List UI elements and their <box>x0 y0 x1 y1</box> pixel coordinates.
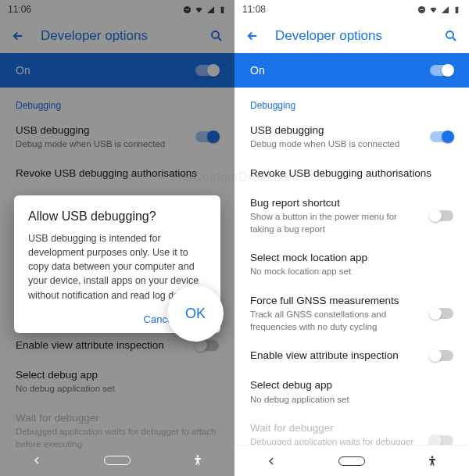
status-bar: 11:08 <box>234 0 469 19</box>
pref-title: Enable view attribute inspection <box>250 349 422 363</box>
clock: 11:08 <box>242 4 266 15</box>
screenshot-right: 11:08 Developer options On Debugging USB… <box>234 0 469 476</box>
page-title: Developer options <box>275 28 428 44</box>
svg-rect-2 <box>221 6 224 13</box>
pref-bug-report[interactable]: Bug report shortcut Show a button in the… <box>234 188 469 243</box>
back-nav-icon[interactable] <box>265 455 277 467</box>
master-switch[interactable] <box>195 65 219 76</box>
pref-title: Revoke USB debugging authorisations <box>250 166 453 181</box>
accessibility-icon[interactable] <box>426 455 439 467</box>
dnd-icon <box>417 5 426 14</box>
signal-icon <box>441 5 449 14</box>
wifi-icon <box>195 5 203 14</box>
pref-sub: Debug mode when USB is connected <box>16 138 188 151</box>
battery-icon <box>218 5 227 14</box>
master-toggle-bar[interactable]: On <box>234 53 469 88</box>
svg-point-9 <box>431 456 434 458</box>
master-label: On <box>250 64 265 77</box>
wait-debugger-switch <box>430 435 453 445</box>
home-nav-icon[interactable] <box>338 456 365 466</box>
pref-select-debug[interactable]: Select debug app No debug application se… <box>0 360 234 403</box>
battery-icon <box>453 5 461 14</box>
back-icon[interactable] <box>245 29 260 43</box>
section-header: Debugging <box>234 92 469 116</box>
pref-sub: Debug mode when USB is connected <box>250 138 422 151</box>
bug-report-switch[interactable] <box>430 210 453 221</box>
pref-usb-debugging[interactable]: USB debugging Debug mode when USB is con… <box>0 116 234 159</box>
svg-rect-1 <box>185 9 189 10</box>
screenshot-left: 11:06 Developer options On Debugging USB… <box>0 0 234 476</box>
pref-title: Select debug app <box>250 378 453 392</box>
pref-title: Wait for debugger <box>16 411 219 425</box>
pref-title: USB debugging <box>16 123 188 138</box>
pref-force-gnss[interactable]: Force full GNSS measurements Track all G… <box>234 286 469 341</box>
pref-title: Enable view attribute inspection <box>16 338 188 353</box>
master-switch[interactable] <box>430 65 453 76</box>
svg-rect-6 <box>420 9 424 10</box>
pref-sub: Debugged application waits for debugger … <box>250 436 422 445</box>
pref-select-debug[interactable]: Select debug app No debug application se… <box>234 370 469 413</box>
pref-title: Bug report shortcut <box>250 196 422 210</box>
master-toggle-bar[interactable]: On <box>0 53 234 88</box>
pref-revoke-auth[interactable]: Revoke USB debugging authorisations <box>234 159 469 188</box>
gnss-switch[interactable] <box>430 308 453 319</box>
svg-point-3 <box>212 31 219 38</box>
pref-sub: Track all GNSS constellations and freque… <box>250 309 422 333</box>
pref-title: Wait for debugger <box>250 421 422 435</box>
back-nav-icon[interactable] <box>30 454 43 467</box>
page-title: Developer options <box>41 28 194 44</box>
home-nav-icon[interactable] <box>104 456 131 465</box>
pref-title: Revoke USB debugging authorisations <box>16 166 219 181</box>
app-bar: Developer options <box>0 19 234 53</box>
pref-title: Force full GNSS measurements <box>250 294 422 308</box>
accessibility-icon[interactable] <box>192 454 204 467</box>
clock: 11:06 <box>8 4 31 15</box>
pref-sub: No debug application set <box>16 383 219 395</box>
ok-button[interactable]: OK <box>167 285 224 342</box>
status-bar: 11:06 <box>0 0 234 19</box>
nav-bar <box>234 445 469 476</box>
app-bar: Developer options <box>234 19 469 53</box>
svg-point-4 <box>197 455 199 457</box>
master-label: On <box>16 64 30 77</box>
signal-icon <box>206 5 215 14</box>
nav-bar <box>0 445 234 476</box>
wifi-icon <box>429 5 438 14</box>
view-attr-switch[interactable] <box>195 340 219 351</box>
pref-sub: No mock location app set <box>250 266 453 278</box>
view-attr-switch[interactable] <box>430 350 453 361</box>
pref-view-attr[interactable]: Enable view attribute inspection <box>234 341 469 370</box>
search-icon[interactable] <box>209 29 224 43</box>
pref-sub: Show a button in the power menu for taki… <box>250 211 422 235</box>
usb-debugging-switch[interactable] <box>430 131 453 142</box>
dialog-title: Allow USB debugging? <box>28 209 206 224</box>
pref-revoke-auth[interactable]: Revoke USB debugging authorisations <box>0 159 234 188</box>
pref-mock-location[interactable]: Select mock location app No mock locatio… <box>234 243 469 286</box>
dnd-icon <box>183 5 192 14</box>
usb-debugging-switch[interactable] <box>195 131 219 142</box>
pref-title: Select mock location app <box>250 251 453 265</box>
pref-title: USB debugging <box>250 123 422 138</box>
svg-rect-7 <box>456 6 459 13</box>
back-icon[interactable] <box>11 29 25 43</box>
pref-sub: No debug application set <box>250 394 453 406</box>
pref-wait-debugger: Wait for debugger Debugged application w… <box>234 413 469 445</box>
section-header: Debugging <box>0 92 234 116</box>
pref-title: Select debug app <box>16 368 219 382</box>
search-icon[interactable] <box>444 29 458 43</box>
svg-point-8 <box>446 31 453 38</box>
pref-usb-debugging[interactable]: USB debugging Debug mode when USB is con… <box>234 116 469 159</box>
